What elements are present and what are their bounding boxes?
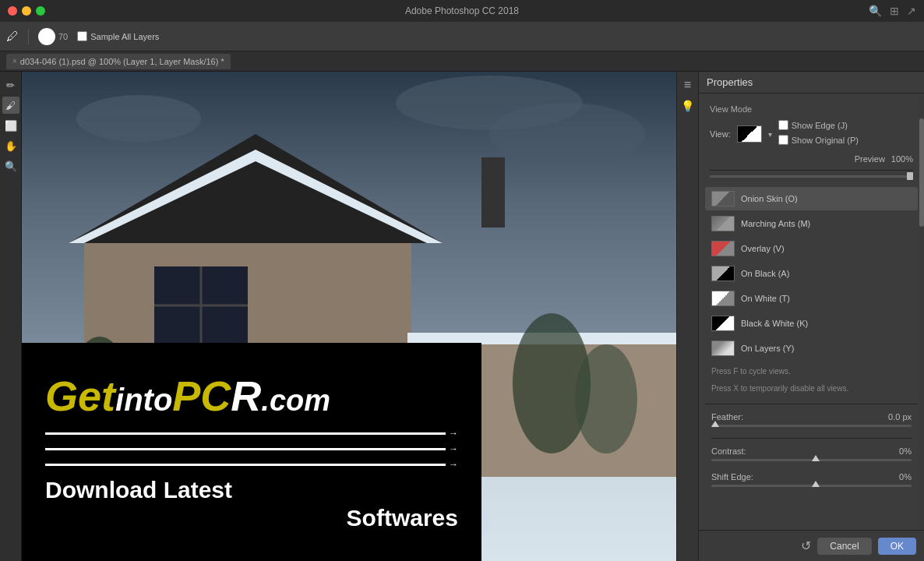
view-mode-overlay[interactable]: Overlay (V) <box>705 237 918 260</box>
watermark-r: R <box>231 372 261 420</box>
overlay-thumb <box>711 241 735 256</box>
shift-edge-label: Shift Edge: <box>711 472 753 482</box>
properties-content: View Mode View: ▾ Show Edge (J) Show Ori… <box>699 94 924 530</box>
brush-size-value: 70 <box>58 32 68 41</box>
bottom-buttons: ↺ Cancel OK <box>699 530 924 561</box>
share-icon[interactable]: ↗ <box>907 5 916 17</box>
watermark-com: .com <box>261 384 330 418</box>
watermark-pc: PC <box>172 372 231 420</box>
panel-title: Properties <box>707 76 753 88</box>
watermark-line2: Download Latest <box>45 476 458 504</box>
arrow-line-3: → <box>45 459 458 470</box>
contrast-value: 0% <box>899 446 912 456</box>
preview-label: Preview <box>855 154 885 164</box>
app-title: Adobe Photoshop CC 2018 <box>405 5 519 16</box>
watermark-into: into <box>115 383 172 418</box>
watermark-arrows: → → → <box>45 428 458 470</box>
cancel-button[interactable]: Cancel <box>817 538 871 555</box>
contrast-track[interactable] <box>711 459 912 461</box>
feather-slider-row: Feather: 0.0 px <box>711 412 912 427</box>
show-edge-option[interactable]: Show Edge (J) <box>778 120 913 130</box>
feather-value: 0.0 px <box>888 412 912 422</box>
shift-edge-thumb[interactable] <box>812 481 820 487</box>
separator-3 <box>711 438 912 439</box>
arrow-line-1: → <box>45 428 458 439</box>
view-checkboxes: Show Edge (J) Show Original (P) <box>778 120 913 148</box>
left-toolbar: ✏ 🖌 ⬜ ✋ 🔍 <box>0 72 22 561</box>
black-white-thumb <box>711 316 735 331</box>
watermark-get: Get <box>45 372 115 420</box>
watermark-logo: Get into PC R .com <box>45 372 458 420</box>
watermark-tagline: Download Latest Softwares <box>45 476 458 532</box>
right-panel: Properties View Mode View: ▾ Show Edge (… <box>698 72 924 561</box>
ok-button[interactable]: OK <box>878 538 916 555</box>
feather-track[interactable] <box>711 425 912 427</box>
on-layers-thumb <box>711 340 735 356</box>
preview-slider-track[interactable] <box>710 175 913 178</box>
move-tool-btn[interactable]: ✏ <box>2 76 19 94</box>
preview-slider-thumb[interactable] <box>907 172 913 180</box>
hint-disable: Press X to temporarily disable all views… <box>705 379 918 399</box>
reset-button[interactable]: ↺ <box>801 538 811 553</box>
brush-tool-btn[interactable]: 🖌 <box>2 97 19 114</box>
feather-thumb[interactable] <box>711 421 719 427</box>
light-icon[interactable]: 💡 <box>681 100 694 112</box>
brush-size-display: 70 <box>38 28 68 45</box>
view-thumbnail[interactable] <box>737 125 762 143</box>
view-dropdown-arrow[interactable]: ▾ <box>768 130 772 139</box>
view-mode-on-layers[interactable]: On Layers (Y) <box>705 337 918 360</box>
contrast-thumb[interactable] <box>812 455 820 461</box>
show-edge-checkbox[interactable] <box>778 120 788 130</box>
arrow-line-2: → <box>45 443 458 454</box>
view-mode-on-black[interactable]: On Black (A) <box>705 262 918 285</box>
view-mode-on-white[interactable]: On White (T) <box>705 287 918 310</box>
eraser-tool-btn[interactable]: ⬜ <box>2 117 19 134</box>
svg-rect-10 <box>481 157 505 228</box>
maximize-button[interactable] <box>36 6 45 16</box>
tabbar: × d034-046 (1).psd @ 100% (Layer 1, Laye… <box>0 51 924 72</box>
zoom-tool-btn[interactable]: 🔍 <box>2 157 19 175</box>
shift-edge-slider-row: Shift Edge: 0% <box>711 472 912 487</box>
view-mode-marching-ants[interactable]: Marching Ants (M) <box>705 212 918 235</box>
svg-point-17 <box>489 103 645 165</box>
view-row: View: ▾ Show Edge (J) Show Original (P) <box>710 120 913 148</box>
preview-slider-container <box>710 175 913 178</box>
search-icon[interactable]: 🔍 <box>869 5 882 17</box>
scrollbar-thumb[interactable] <box>919 118 924 227</box>
show-original-checkbox[interactable] <box>778 135 788 145</box>
shift-edge-track[interactable] <box>711 485 912 487</box>
on-black-thumb <box>711 266 735 281</box>
view-mode-black-white[interactable]: Black & White (K) <box>705 312 918 335</box>
brush-tool-icon[interactable]: 🖊 <box>6 30 19 44</box>
hand-tool-btn[interactable]: ✋ <box>2 137 19 154</box>
traffic-lights <box>8 6 45 16</box>
view-mode-onion-skin[interactable]: Onion Skin (O) <box>705 187 918 210</box>
preview-value: 100% <box>891 154 913 164</box>
view-label: View: <box>710 129 731 139</box>
watermark-line3: Softwares <box>45 504 458 532</box>
arrange-icon[interactable]: ⊞ <box>890 5 899 17</box>
view-mode-list: Onion Skin (O) Marching Ants (M) Overlay… <box>705 187 918 360</box>
watermark-overlay: Get into PC R .com → → → <box>22 343 481 561</box>
sample-all-layers-checkbox[interactable] <box>77 31 87 41</box>
on-black-label: On Black (A) <box>741 269 789 278</box>
tab-item[interactable]: × d034-046 (1).psd @ 100% (Layer 1, Laye… <box>6 54 231 69</box>
show-original-option[interactable]: Show Original (P) <box>778 135 913 145</box>
panel-header: Properties <box>699 72 924 94</box>
onion-skin-thumb <box>711 191 735 206</box>
svg-point-15 <box>76 95 201 142</box>
separator <box>710 170 913 171</box>
minimize-button[interactable] <box>22 6 31 16</box>
scrollbar-track[interactable] <box>919 97 924 530</box>
tab-label: d034-046 (1).psd @ 100% (Layer 1, Layer … <box>20 57 224 66</box>
overlay-label: Overlay (V) <box>741 244 785 253</box>
close-button[interactable] <box>8 6 17 16</box>
onion-skin-label: Onion Skin (O) <box>741 194 798 203</box>
layers-panel-icon[interactable]: ≡ <box>684 78 691 92</box>
on-white-thumb <box>711 291 735 306</box>
contrast-label: Contrast: <box>711 446 746 456</box>
sample-all-layers-option[interactable]: Sample All Layers <box>77 31 159 41</box>
tab-close-button[interactable]: × <box>12 57 17 65</box>
main-layout: ✏ 🖌 ⬜ ✋ 🔍 <box>0 72 924 561</box>
shift-edge-value: 0% <box>899 472 912 482</box>
